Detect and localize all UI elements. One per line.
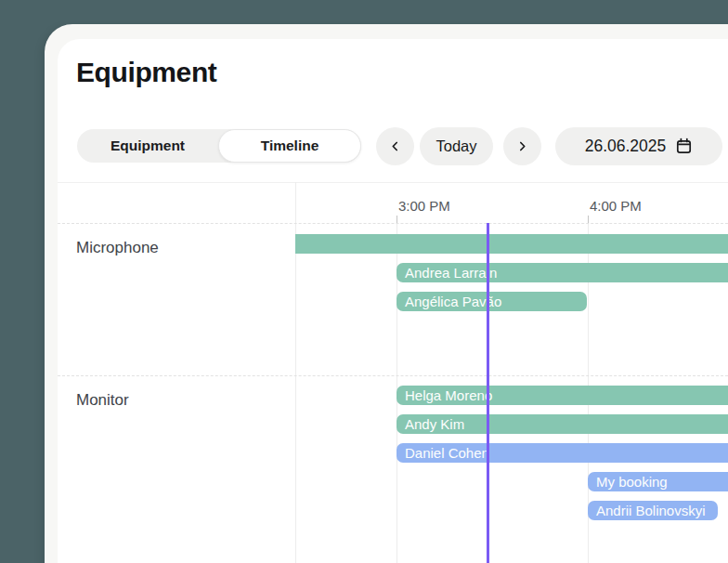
time-label: 4:00 PM <box>590 198 642 214</box>
booking-bar[interactable]: Angélica Pavão <box>396 292 587 311</box>
booking-bar[interactable] <box>295 234 728 254</box>
booking-bar[interactable]: Andrea Larrain <box>396 263 728 282</box>
grid-header-border <box>58 182 728 183</box>
booking-bar[interactable]: Helga Moreno <box>396 386 728 405</box>
hour-tick <box>396 216 397 223</box>
booking-bar[interactable]: My booking <box>588 472 728 491</box>
page-background: { "page_title": "Equipment", "view_switc… <box>0 0 728 563</box>
current-time-indicator <box>487 223 489 563</box>
row-divider <box>58 223 728 224</box>
time-label: 3:00 PM <box>398 198 450 214</box>
row-label: Microphone <box>76 239 159 257</box>
equipment-card: Equipment Equipment Timeline Today 26.06… <box>58 39 728 563</box>
booking-bar[interactable]: Daniel Cohen <box>396 443 728 463</box>
booking-bar[interactable]: Andy Kim <box>396 414 728 434</box>
row-divider <box>58 375 728 376</box>
hour-tick <box>588 216 589 223</box>
booking-bar[interactable]: Andrii Bolinovskyi <box>588 501 718 520</box>
timeline-grid: 3:00 PM4:00 PMMicrophoneAndrea LarrainAn… <box>58 39 728 563</box>
row-label: Monitor <box>76 391 129 410</box>
